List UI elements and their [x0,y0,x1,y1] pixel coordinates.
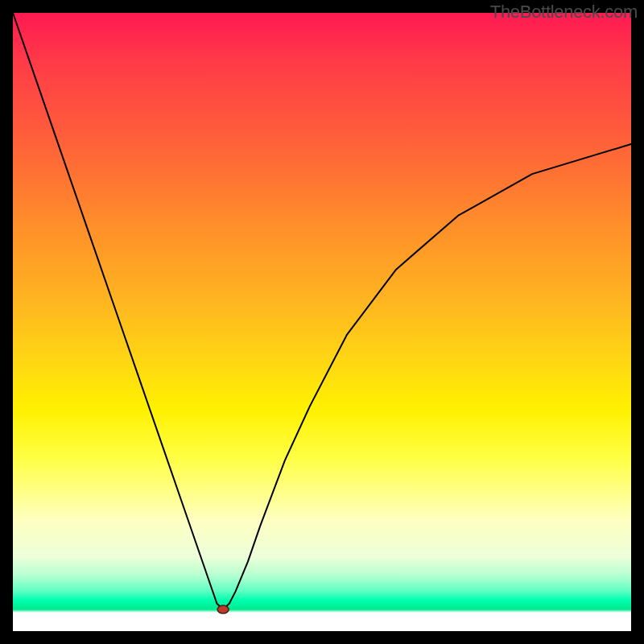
curve-layer [13,13,631,631]
minimum-marker [217,605,229,613]
bottleneck-curve [13,13,631,609]
chart-area [13,13,631,631]
watermark-text: TheBottleneck.com [490,2,638,23]
